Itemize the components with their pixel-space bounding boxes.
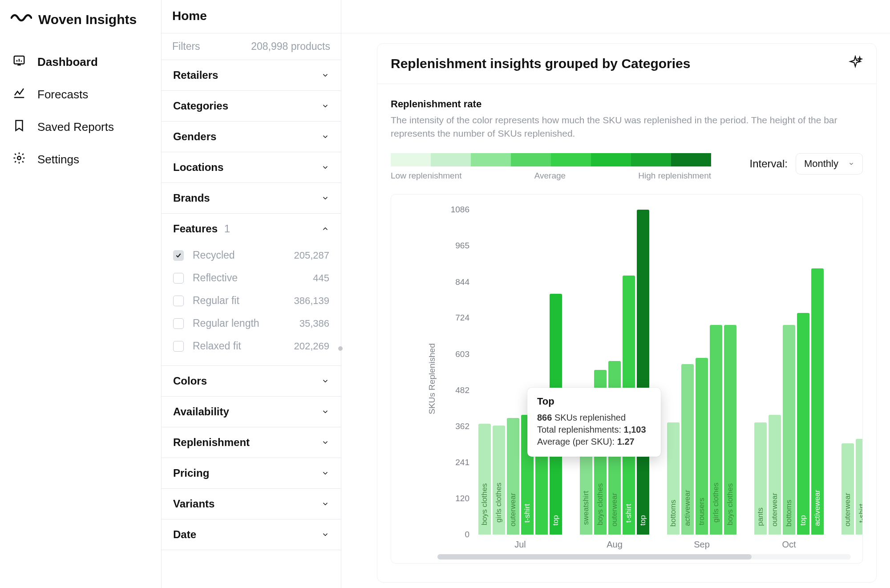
filter-option-reflective[interactable]: Reflective445 (167, 267, 336, 289)
legend-swatch (551, 153, 591, 166)
filter-group-header[interactable]: Genders (162, 122, 341, 152)
legend-labels: Low replenishment Average High replenish… (391, 171, 711, 181)
interval-control: Interval: Monthly (750, 153, 863, 174)
chevron-down-icon (321, 71, 329, 79)
chart-scrollbar-thumb[interactable] (437, 554, 752, 560)
filter-option-count: 35,386 (299, 318, 329, 329)
tooltip-avg-value: 1.27 (617, 437, 635, 446)
bar-oct-top[interactable]: top (797, 313, 809, 534)
filter-option-label: Regular fit (193, 295, 239, 307)
tooltip-skus-value: 866 (537, 413, 552, 422)
nav-item-label: Saved Reports (37, 120, 114, 134)
filter-option-count: 202,269 (294, 341, 329, 352)
brand-name: Woven Insights (38, 12, 137, 27)
bar-label: top (639, 515, 647, 526)
filter-group-name: Retailers (173, 69, 218, 81)
nav-item-forecasts[interactable]: Forecasts (0, 78, 161, 111)
bar-jul-girls-clothes[interactable]: girls clothes (493, 426, 505, 535)
bar-nov-t-shirt[interactable]: t-shirt (856, 439, 863, 535)
bar-sep-trousers[interactable]: trousers (696, 358, 708, 535)
bar-oct-pants[interactable]: pants (754, 422, 767, 535)
tooltip-total-value: 1,103 (624, 425, 646, 434)
legend-row: Low replenishment Average High replenish… (391, 153, 863, 181)
filter-group-header[interactable]: Availability (162, 397, 341, 427)
filter-option-relaxed-fit[interactable]: Relaxed fit202,269 (167, 335, 336, 357)
bar-sep-girls-clothes[interactable]: girls clothes (710, 325, 722, 535)
filter-option-regular-fit[interactable]: Regular fit386,139 (167, 289, 336, 312)
section-desc: The intensity of the color represents ho… (391, 114, 862, 141)
bar-oct-outerwear[interactable]: outerwear (769, 415, 781, 535)
filter-group-header[interactable]: Categories (162, 91, 341, 121)
bar-label: top (551, 515, 560, 526)
bar-label: boys clothes (480, 483, 489, 526)
y-tick-label: 724 (434, 313, 469, 323)
filter-group-header[interactable]: Locations (162, 152, 341, 182)
filter-group-header[interactable]: Variants (162, 489, 341, 519)
filter-group-header[interactable]: Retailers (162, 60, 341, 90)
checkbox[interactable] (173, 273, 184, 284)
bar-nov-outerwear[interactable]: outerwear (841, 443, 854, 535)
bar-jul-outerwear[interactable]: outerwear (507, 418, 519, 535)
checkbox[interactable] (173, 341, 184, 352)
tooltip-skus-suffix: SKUs replenished (552, 413, 626, 422)
filter-option-recycled[interactable]: Recycled205,287 (167, 244, 336, 267)
interval-value: Monthly (804, 158, 838, 170)
filter-group-categories: Categories (162, 91, 341, 122)
legend-swatch (431, 153, 471, 166)
section-title: Replenishment rate (391, 98, 863, 110)
tooltip-skus: 866 SKUs replenished (537, 413, 651, 423)
chevron-up-icon (321, 225, 329, 233)
nav-item-settings[interactable]: Settings (0, 143, 161, 176)
checkbox[interactable] (173, 296, 184, 306)
bar-sep-boys-clothes[interactable]: boys clothes (724, 325, 736, 535)
bar-label: t-shirt (624, 504, 633, 523)
bar-sep-activewear[interactable]: activewear (681, 364, 694, 535)
filter-group-header[interactable]: Pricing (162, 458, 341, 488)
bar-aug-top[interactable]: top (637, 210, 649, 535)
filter-group-name: Replenishment (173, 436, 250, 449)
filters-count: 208,998 products (251, 41, 330, 53)
filter-group-header[interactable]: Colors (162, 366, 341, 396)
filter-group-genders: Genders (162, 122, 341, 152)
tooltip-avg-label: Average (per SKU): (537, 437, 617, 446)
forecasts-icon (12, 86, 26, 103)
bar-oct-bottoms[interactable]: bottoms (783, 325, 795, 535)
plot-area[interactable]: boys clothesgirls clothesouterweart-shir… (478, 210, 861, 535)
bookmark-icon (12, 119, 26, 135)
filter-group-header[interactable]: Brands (162, 183, 341, 213)
filter-group-badge: 1 (221, 223, 230, 235)
nav-item-saved-reports[interactable]: Saved Reports (0, 111, 161, 143)
y-tick-label: 844 (434, 277, 469, 287)
legend-swatch (511, 153, 551, 166)
bar-sep-bottoms[interactable]: bottoms (667, 422, 680, 535)
filter-group-name: Availability (173, 406, 229, 418)
y-tick-label: 1086 (434, 205, 469, 215)
nav-item-label: Forecasts (37, 88, 88, 101)
filter-group-header[interactable]: Date (162, 519, 341, 550)
filter-group-pricing: Pricing (162, 458, 341, 489)
y-tick-label: 362 (434, 422, 469, 431)
filter-option-regular-length[interactable]: Regular length35,386 (167, 312, 336, 335)
checkbox[interactable] (173, 250, 184, 261)
filter-option-label: Relaxed fit (193, 340, 241, 352)
chart-horizontal-scrollbar[interactable] (437, 554, 851, 560)
ai-sparkle-icon[interactable] (848, 55, 863, 72)
interval-select[interactable]: Monthly (796, 153, 863, 174)
card-body: Replenishment rate The intensity of the … (377, 84, 876, 568)
chart-tooltip: Top 866 SKUs replenished Total replenish… (527, 388, 661, 457)
card-header: Replenishment insights grouped by Catego… (377, 44, 876, 84)
chevron-down-icon (321, 163, 329, 171)
filter-group-header[interactable]: Features 1 (162, 214, 341, 244)
filter-group-features: Features 1Recycled205,287Reflective445Re… (162, 214, 341, 366)
bar-oct-activewear[interactable]: activewear (811, 268, 824, 535)
bar-jul-boys-clothes[interactable]: boys clothes (478, 424, 491, 535)
checkbox[interactable] (173, 318, 184, 329)
filter-option-count: 205,287 (294, 250, 329, 261)
chevron-down-icon (321, 500, 329, 508)
tooltip-title: Top (537, 396, 651, 407)
filter-group-header[interactable]: Replenishment (162, 427, 341, 458)
left-nav: Woven Insights DashboardForecastsSaved R… (0, 0, 162, 588)
nav-item-dashboard[interactable]: Dashboard (0, 46, 161, 78)
filter-group-name: Features 1 (173, 223, 230, 235)
y-ticks: 01202413624826037248449651086 (434, 206, 474, 553)
